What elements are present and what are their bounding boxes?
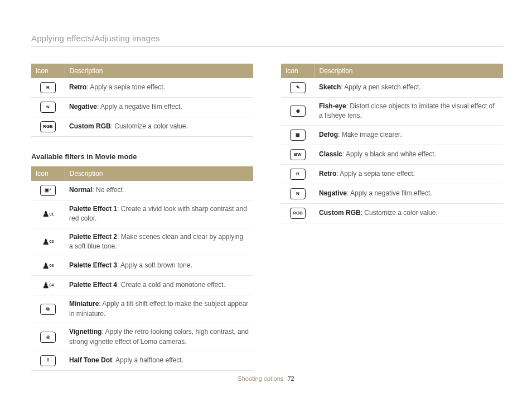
filter-name: Half Tone Dot	[69, 356, 112, 364]
filter-name: Defog	[319, 131, 338, 138]
palette-icon: ♟04	[41, 280, 55, 291]
filter-icon: RGB	[290, 208, 306, 219]
table-row: RGBCustom RGB: Customize a color value.	[31, 117, 253, 137]
footer-page-number: 72	[287, 375, 294, 382]
filter-table-3: Icon Description ✎Sketch: Apply a pen sk…	[281, 64, 503, 223]
footer-section: Shooting options	[238, 375, 283, 382]
filter-icon: BW	[290, 149, 306, 160]
table-row: RRetro: Apply a sepia tone effect.	[31, 78, 253, 98]
description-cell: Palette Effect 1: Create a vivid look wi…	[65, 200, 253, 228]
palette-icon: ♟03	[41, 260, 55, 271]
th-icon: Icon	[281, 64, 315, 78]
page-title: Applying effects/Adjusting images	[31, 34, 504, 43]
description-cell: Custom RGB: Customize a color value.	[315, 203, 503, 223]
table-row: ◎Vignetting: Apply the retro-looking col…	[31, 323, 253, 351]
filter-name: Negative	[69, 103, 97, 111]
icon-cell: ▦	[281, 125, 315, 145]
filter-name: Sketch	[319, 83, 341, 91]
filter-name: Miniature	[69, 300, 99, 308]
filter-desc: : No effect	[92, 186, 122, 194]
filter-icon: ⧉	[40, 304, 56, 315]
filter-desc: : Apply a pen sketch effect.	[341, 83, 420, 91]
filter-desc: : Apply a halftone effect.	[112, 356, 183, 364]
table-row: NNegative: Apply a negative film effect.	[281, 184, 503, 203]
icon-cell: ♟04	[31, 275, 65, 295]
description-cell: Retro: Apply a sepia tone effect.	[315, 164, 503, 184]
content-columns: Icon Description RRetro: Apply a sepia t…	[31, 64, 504, 371]
palette-icon: ♟01	[41, 208, 55, 219]
icon-cell: N	[31, 98, 65, 117]
table-row: BWClassic: Apply a black and white effec…	[281, 145, 503, 164]
filter-icon: ⠿	[40, 355, 56, 366]
filter-icon: ✎	[290, 82, 306, 93]
description-cell: Retro: Apply a sepia tone effect.	[65, 78, 253, 98]
table-row: ♟04Palette Effect 4: Create a cold and m…	[31, 275, 253, 295]
table-row: ♟03Palette Effect 3: Apply a soft brown …	[31, 256, 253, 275]
th-description: Description	[65, 64, 253, 78]
manual-page: Applying effects/Adjusting images Icon D…	[0, 0, 532, 402]
table-body: ▣⁺Normal: No effect♟01Palette Effect 1: …	[31, 181, 253, 370]
icon-cell: ▣⁺	[31, 181, 65, 200]
filter-name: Retro	[319, 170, 336, 178]
filter-icon: ◉	[290, 106, 306, 117]
subheading-movie-filters: Available filters in Movie mode	[31, 152, 253, 161]
icon-cell: R	[31, 78, 65, 98]
icon-cell: N	[281, 184, 315, 203]
filter-name: Negative	[319, 189, 347, 197]
th-icon: Icon	[31, 64, 65, 78]
description-cell: Normal: No effect	[65, 181, 253, 200]
table-row: ▣⁺Normal: No effect	[31, 181, 253, 200]
icon-cell: ♟02	[31, 228, 65, 256]
table-body: ✎Sketch: Apply a pen sketch effect.◉Fish…	[281, 78, 503, 223]
filter-icon: ▦	[290, 130, 306, 141]
description-cell: Palette Effect 2: Make scenes clean and …	[65, 228, 253, 256]
icon-cell: RGB	[281, 203, 315, 223]
title-rule	[31, 46, 503, 47]
filter-desc: : Apply a negative film effect.	[97, 103, 182, 111]
filter-name: Classic	[319, 150, 342, 158]
filter-name: Custom RGB	[69, 122, 111, 130]
filter-icon: ◎	[40, 332, 56, 343]
filter-name: Palette Effect 3	[69, 261, 117, 269]
th-description: Description	[65, 166, 253, 181]
filter-table-2: Icon Description ▣⁺Normal: No effect♟01P…	[31, 166, 253, 371]
page-footer: Shooting options 72	[0, 375, 532, 382]
table-row: RRetro: Apply a sepia tone effect.	[281, 164, 503, 184]
filter-icon: N	[40, 102, 56, 113]
right-column: Icon Description ✎Sketch: Apply a pen sk…	[281, 64, 503, 371]
filter-name: Custom RGB	[319, 209, 361, 217]
filter-desc: : Apply a soft brown tone.	[117, 261, 192, 269]
filter-icon: RGB	[40, 121, 56, 132]
th-icon: Icon	[31, 166, 65, 181]
filter-name: Palette Effect 4	[69, 281, 117, 289]
filter-name: Palette Effect 2	[69, 233, 117, 241]
icon-cell: ⠿	[31, 351, 65, 370]
filter-desc: : Create a cold and monotone effect.	[117, 281, 225, 289]
table-row: ◉Fish-eye: Distort close objects to imit…	[281, 98, 503, 126]
icon-cell: ⧉	[31, 295, 65, 323]
left-column: Icon Description RRetro: Apply a sepia t…	[31, 64, 253, 371]
table-row: RGBCustom RGB: Customize a color value.	[281, 203, 503, 223]
description-cell: Palette Effect 4: Create a cold and mono…	[65, 275, 253, 295]
table-row: ⧉Miniature: Apply a tilt-shift effect to…	[31, 295, 253, 323]
filter-name: Retro	[69, 83, 86, 91]
description-cell: Defog: Make image clearer.	[315, 125, 503, 145]
icon-cell: ✎	[281, 78, 315, 98]
filter-icon: ▣⁺	[40, 185, 56, 196]
description-cell: Negative: Apply a negative film effect.	[65, 98, 253, 117]
description-cell: Sketch: Apply a pen sketch effect.	[315, 78, 503, 98]
filter-icon: R	[40, 82, 56, 93]
description-cell: Fish-eye: Distort close objects to imita…	[315, 98, 503, 126]
filter-desc: : Apply a negative film effect.	[347, 189, 432, 197]
filter-icon: R	[290, 169, 306, 180]
table-row: ▦Defog: Make image clearer.	[281, 125, 503, 145]
icon-cell: ♟03	[31, 256, 65, 275]
filter-name: Fish-eye	[319, 102, 346, 110]
icon-cell: BW	[281, 145, 315, 164]
description-cell: Half Tone Dot: Apply a halftone effect.	[65, 351, 253, 370]
filter-desc: : Apply a sepia tone effect.	[336, 170, 415, 178]
table-row: NNegative: Apply a negative film effect.	[31, 98, 253, 117]
filter-name: Palette Effect 1	[69, 205, 117, 213]
table-body: RRetro: Apply a sepia tone effect.NNegat…	[31, 78, 253, 137]
description-cell: Classic: Apply a black and white effect.	[315, 145, 503, 164]
